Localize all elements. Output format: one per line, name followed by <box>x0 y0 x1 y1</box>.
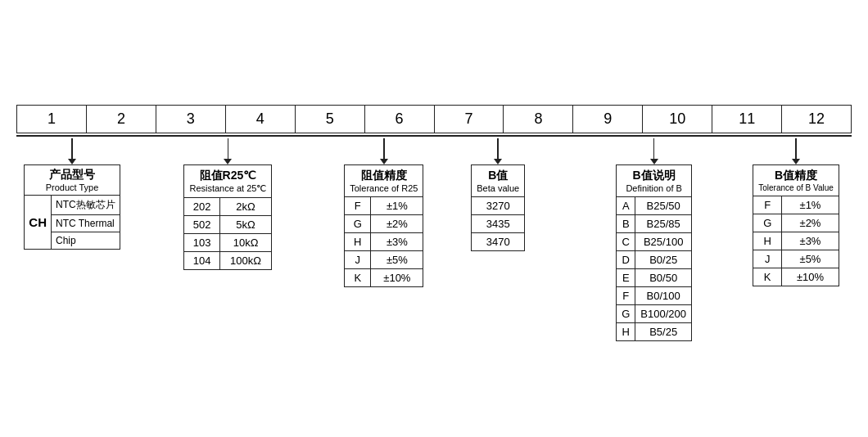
tol-r25-val-2: ±3% <box>371 232 423 250</box>
arrow-head-resistance <box>224 159 232 164</box>
spacer-2 <box>311 138 328 341</box>
tol-b-en: Tolerance of B Value <box>758 183 834 192</box>
bdef-val-6: B100/200 <box>635 304 692 322</box>
res-val-2: 10kΩ <box>219 233 272 251</box>
chip-en-2: Chip <box>52 232 120 249</box>
tol-b-val-2: ±3% <box>782 232 839 250</box>
chip-cn: NTC热敏芯片 <box>52 195 120 214</box>
chip-en-1: NTC Thermal <box>52 214 120 232</box>
bdef-cn: B值说明 <box>622 169 686 183</box>
tol-b-val-0: ±1% <box>782 196 839 214</box>
tolerance-r25-table: 阻值精度 Tolerance of R25 F±1% G±2% H±3% J±5… <box>344 164 423 287</box>
section-b-definition: B值说明 Definition of B AB25/50 BB25/85 CB2… <box>585 138 724 341</box>
num-8: 8 <box>504 106 573 133</box>
res-val-3: 100kΩ <box>219 251 272 269</box>
tol-r25-val-3: ±5% <box>371 250 423 268</box>
tol-r25-en: Tolerance of R25 <box>350 183 418 193</box>
num-12: 12 <box>782 106 851 133</box>
arrow-head-beta <box>494 159 502 164</box>
num-4: 4 <box>226 106 296 133</box>
tol-r25-code-1: G <box>345 214 371 232</box>
product-type-cn: 产品型号 <box>29 168 115 182</box>
arrow-line-bdef <box>653 138 655 159</box>
bdef-en: Definition of B <box>622 183 686 193</box>
res-val-0: 2kΩ <box>219 197 272 215</box>
tol-b-code-4: K <box>753 268 782 286</box>
bdef-code-0: A <box>617 196 635 214</box>
section-resistance: 阻值R25℃ Resistance at 25℃ 2022kΩ 5025kΩ 1… <box>144 138 311 341</box>
num-9: 9 <box>573 106 643 133</box>
tol-r25-val-4: ±10% <box>371 268 423 286</box>
section-tolerance-r25: 阻值精度 Tolerance of R25 F±1% G±2% H±3% J±5… <box>328 138 440 341</box>
b-definition-table: B值说明 Definition of B AB25/50 BB25/85 CB2… <box>616 164 692 341</box>
bdef-code-6: G <box>617 304 635 322</box>
bdef-val-3: B0/25 <box>635 250 692 268</box>
beta-table: B值 Beta value 3270 3435 3470 <box>471 164 525 251</box>
bdef-code-1: B <box>617 214 635 232</box>
bdef-code-4: E <box>617 268 635 286</box>
num-5: 5 <box>296 106 365 133</box>
spacer-col9 <box>540 138 584 341</box>
bdef-code-2: C <box>617 232 635 250</box>
tol-b-code-1: G <box>753 214 782 232</box>
tol-r25-cn: 阻值精度 <box>350 169 418 183</box>
arrow-head-bdef <box>650 159 658 164</box>
resistance-table: 阻值R25℃ Resistance at 25℃ 2022kΩ 5025kΩ 1… <box>183 164 272 270</box>
num-1: 1 <box>17 106 87 133</box>
tol-r25-code-2: H <box>345 232 371 250</box>
resistance-en: Resistance at 25℃ <box>189 183 266 194</box>
tol-r25-val-0: ±1% <box>371 196 423 214</box>
resistance-cn: 阻值R25℃ <box>189 169 266 183</box>
arrow-line-tol-r25 <box>383 138 385 159</box>
bdef-val-4: B0/50 <box>635 268 692 286</box>
beta-val-0: 3270 <box>472 196 525 214</box>
section-product-type: 产品型号 Product Type CH NTC热敏芯片 NTC Thermal… <box>16 138 128 341</box>
tol-b-val-4: ±10% <box>782 268 839 286</box>
num-10: 10 <box>643 106 712 133</box>
bdef-val-2: B25/100 <box>635 232 692 250</box>
tol-b-val-1: ±2% <box>782 214 839 232</box>
spacer-1 <box>128 138 144 341</box>
tol-r25-code-4: K <box>345 268 371 286</box>
diagram: 1 2 3 4 5 6 7 8 9 10 11 12 产品型号 Product … <box>16 97 852 341</box>
tol-b-code-2: H <box>753 232 782 250</box>
arrow-line-beta <box>497 138 499 159</box>
beta-en: Beta value <box>477 183 519 193</box>
product-type-en: Product Type <box>29 182 115 192</box>
spacer-3 <box>440 138 456 341</box>
res-code-0: 202 <box>184 197 219 215</box>
num-3: 3 <box>156 106 226 133</box>
num-2: 2 <box>87 106 156 133</box>
bdef-val-1: B25/85 <box>635 214 692 232</box>
num-11: 11 <box>712 106 782 133</box>
res-val-1: 5kΩ <box>219 215 272 233</box>
bdef-val-7: B5/25 <box>635 322 692 340</box>
section-tolerance-b: B值精度 Tolerance of B Value F±1% G±2% H±3%… <box>740 138 852 341</box>
tol-r25-code-0: F <box>345 196 371 214</box>
beta-val-2: 3470 <box>472 232 525 250</box>
tol-b-code-3: J <box>753 250 782 268</box>
arrow-line-tol-b <box>795 138 797 159</box>
res-code-3: 104 <box>184 251 219 269</box>
tolerance-b-table: B值精度 Tolerance of B Value F±1% G±2% H±3%… <box>753 164 839 286</box>
tol-r25-val-1: ±2% <box>371 214 423 232</box>
res-code-1: 502 <box>184 215 219 233</box>
bdef-code-5: F <box>617 286 635 304</box>
product-type-table: 产品型号 Product Type CH NTC热敏芯片 NTC Thermal… <box>24 164 120 250</box>
spacer-4 <box>724 138 740 341</box>
arrow-head-product <box>68 159 76 164</box>
bdef-val-0: B25/50 <box>635 196 692 214</box>
separator-line <box>16 135 852 137</box>
beta-cn: B值 <box>477 169 519 183</box>
num-6: 6 <box>365 106 435 133</box>
arrow-head-tol-b <box>792 159 800 164</box>
num-7: 7 <box>435 106 504 133</box>
tol-b-val-3: ±5% <box>782 250 839 268</box>
tol-r25-code-3: J <box>345 250 371 268</box>
arrow-head-tol-r25 <box>380 159 388 164</box>
arrow-line-product <box>71 138 73 159</box>
tol-b-cn: B值精度 <box>758 169 834 183</box>
tol-b-code-0: F <box>753 196 782 214</box>
ch-label: CH <box>25 195 52 249</box>
bdef-code-7: H <box>617 322 635 340</box>
